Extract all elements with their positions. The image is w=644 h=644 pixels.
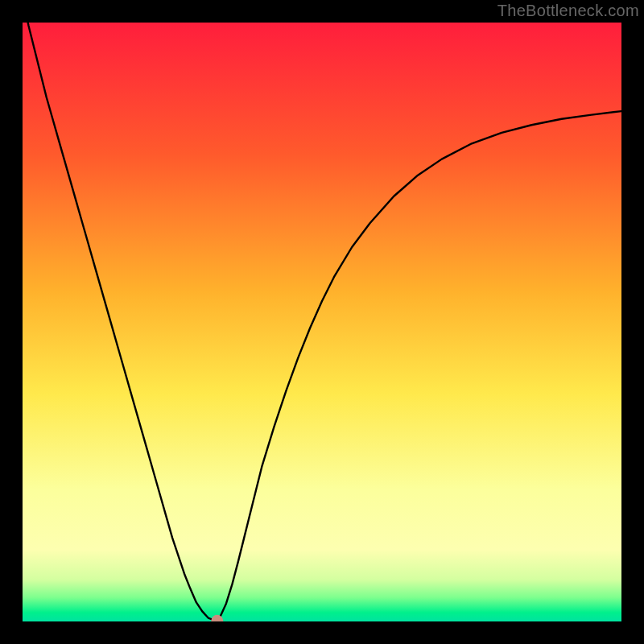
- gradient-background: [23, 23, 621, 621]
- watermark-text: TheBottleneck.com: [497, 2, 639, 20]
- chart-svg: [23, 23, 621, 621]
- plot-area: [23, 23, 621, 621]
- chart-frame: TheBottleneck.com: [0, 0, 644, 644]
